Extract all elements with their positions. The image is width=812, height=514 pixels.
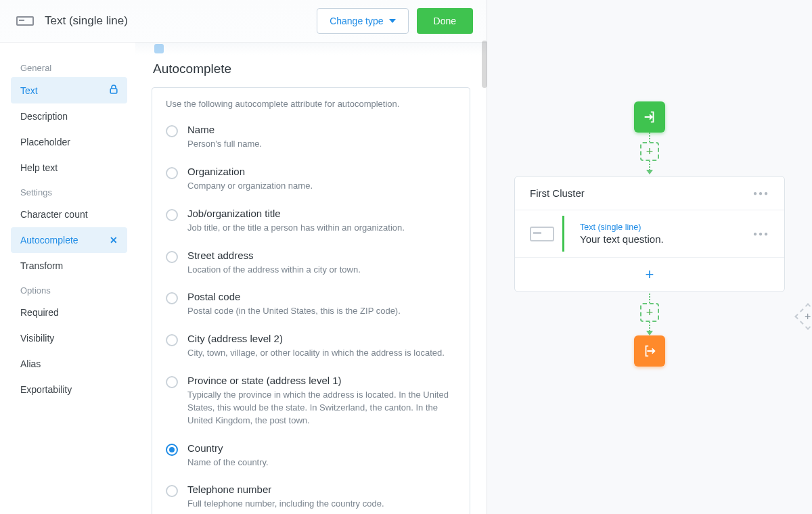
start-node[interactable] xyxy=(634,101,665,133)
flow-canvas[interactable]: + First Cluster ●●● Text (single line) Y… xyxy=(487,0,812,514)
sidebar-item-character-count[interactable]: Character count xyxy=(11,202,127,227)
option-desc: Location of the address within a city or… xyxy=(187,264,361,277)
radio-icon[interactable] xyxy=(166,125,178,137)
done-button[interactable]: Done xyxy=(417,8,473,34)
option-label: Job/organization title xyxy=(187,208,405,219)
sidebar-item-label: Transform xyxy=(20,260,63,271)
sidebar-item-label: Help text xyxy=(20,162,58,173)
end-node[interactable] xyxy=(634,335,665,367)
sidebar-item-autocomplete[interactable]: Autocomplete ✕ xyxy=(11,227,127,253)
option-street-address[interactable]: Street addressLocation of the address wi… xyxy=(166,244,456,286)
option-telephone[interactable]: Telephone numberFull telephone number, i… xyxy=(166,478,456,514)
option-label: Province or state (address level 1) xyxy=(187,375,456,386)
question-label: Your text question. xyxy=(580,233,737,245)
radio-icon[interactable] xyxy=(166,251,178,263)
option-label: Organization xyxy=(187,166,313,177)
option-label: Postal code xyxy=(187,291,401,302)
option-province[interactable]: Province or state (address level 1)Typic… xyxy=(166,369,456,437)
question-row[interactable]: Text (single line) Your text question. ●… xyxy=(515,210,784,258)
option-postal-code[interactable]: Postal codePostal code (in the United St… xyxy=(166,285,456,327)
close-icon[interactable]: ✕ xyxy=(110,235,118,245)
sidebar-item-alias[interactable]: Alias xyxy=(11,351,127,377)
sidebar-group-general: General xyxy=(11,56,127,77)
sidebar-item-visibility[interactable]: Visibility xyxy=(11,325,127,351)
option-name[interactable]: NamePerson's full name. xyxy=(166,118,456,160)
option-desc: Company or organization name. xyxy=(187,180,313,193)
option-label: Country xyxy=(187,442,269,454)
option-label: City (address level 2) xyxy=(187,333,445,344)
radio-icon[interactable] xyxy=(166,334,178,346)
add-question-button[interactable]: + xyxy=(646,266,654,283)
radio-icon[interactable] xyxy=(166,444,178,456)
connector-line xyxy=(649,322,650,331)
chevron-down-icon xyxy=(389,19,396,23)
cluster-card[interactable]: First Cluster ●●● Text (single line) You… xyxy=(514,176,785,292)
sidebar-item-label: Placeholder xyxy=(20,137,70,147)
option-country[interactable]: CountryName of the country. xyxy=(166,437,456,479)
enter-icon xyxy=(642,110,657,124)
option-city[interactable]: City (address level 2)City, town, villag… xyxy=(166,327,456,369)
option-label: Name xyxy=(187,124,262,135)
sidebar: General Text Description Placeholder Hel… xyxy=(0,43,135,514)
sidebar-item-label: Visibility xyxy=(20,333,54,344)
sidebar-item-label: Description xyxy=(20,111,68,122)
text-field-icon xyxy=(16,16,34,26)
sidebar-item-placeholder[interactable]: Placeholder xyxy=(11,129,127,155)
change-type-button[interactable]: Change type xyxy=(317,8,408,34)
option-desc: Name of the country. xyxy=(187,457,269,469)
connector-line xyxy=(649,294,650,303)
lock-icon xyxy=(110,85,118,96)
previous-section-peek xyxy=(135,43,487,55)
option-desc: Full telephone number, including the cou… xyxy=(187,498,384,511)
sidebar-item-label: Text xyxy=(20,85,38,96)
field-type-label: Text (single line) xyxy=(45,14,128,28)
more-icon[interactable]: ●●● xyxy=(753,230,769,237)
add-branch-button[interactable]: + xyxy=(794,303,812,330)
option-desc: Person's full name. xyxy=(187,138,262,151)
sidebar-group-options: Options xyxy=(11,279,127,300)
sidebar-item-label: Character count xyxy=(20,209,88,220)
panel-intro: Use the following autocomplete attribute… xyxy=(166,99,456,109)
svg-rect-0 xyxy=(110,89,117,93)
sidebar-item-label: Alias xyxy=(20,358,41,369)
option-desc: Typically the province in which the addr… xyxy=(187,389,456,427)
radio-icon[interactable] xyxy=(166,292,178,304)
option-desc: Postal code (in the United States, this … xyxy=(187,305,401,318)
sidebar-item-description[interactable]: Description xyxy=(11,103,127,129)
option-desc: Job title, or the title a person has wit… xyxy=(187,222,405,235)
option-job-title[interactable]: Job/organization titleJob title, or the … xyxy=(166,202,456,244)
connector-line xyxy=(649,133,650,142)
option-label: Telephone number xyxy=(187,484,384,495)
sidebar-item-label: Exportability xyxy=(20,384,72,395)
add-step-button[interactable]: + xyxy=(640,303,659,322)
question-type: Text (single line) xyxy=(580,223,737,232)
add-step-button[interactable]: + xyxy=(640,142,659,161)
sidebar-item-help-text[interactable]: Help text xyxy=(11,155,127,181)
sidebar-item-required[interactable]: Required xyxy=(11,300,127,325)
sidebar-item-exportability[interactable]: Exportability xyxy=(11,377,127,402)
exit-icon xyxy=(642,344,657,358)
autocomplete-panel: Use the following autocomplete attribute… xyxy=(152,87,470,514)
sidebar-item-text[interactable]: Text xyxy=(11,77,127,103)
radio-icon[interactable] xyxy=(166,485,178,497)
cluster-title: First Cluster xyxy=(530,187,585,199)
option-label: Street address xyxy=(187,250,361,261)
connector-line xyxy=(649,161,650,170)
text-field-icon xyxy=(530,227,554,241)
radio-icon[interactable] xyxy=(166,209,178,221)
sidebar-group-settings: Settings xyxy=(11,181,127,202)
sidebar-item-label: Required xyxy=(20,307,59,318)
section-heading: Autocomplete xyxy=(153,62,470,76)
radio-icon[interactable] xyxy=(166,376,178,388)
sidebar-item-transform[interactable]: Transform xyxy=(11,253,127,279)
more-icon[interactable]: ●●● xyxy=(753,189,769,197)
main-panel: Autocomplete Use the following autocompl… xyxy=(135,43,487,514)
option-desc: City, town, village, or other locality i… xyxy=(187,347,445,360)
radio-icon[interactable] xyxy=(166,167,178,179)
option-organization[interactable]: OrganizationCompany or organization name… xyxy=(166,160,456,202)
sidebar-item-label: Autocomplete xyxy=(20,235,78,246)
arrow-down-icon xyxy=(646,170,653,174)
change-type-label: Change type xyxy=(330,16,383,26)
arrow-down-icon xyxy=(646,331,653,335)
